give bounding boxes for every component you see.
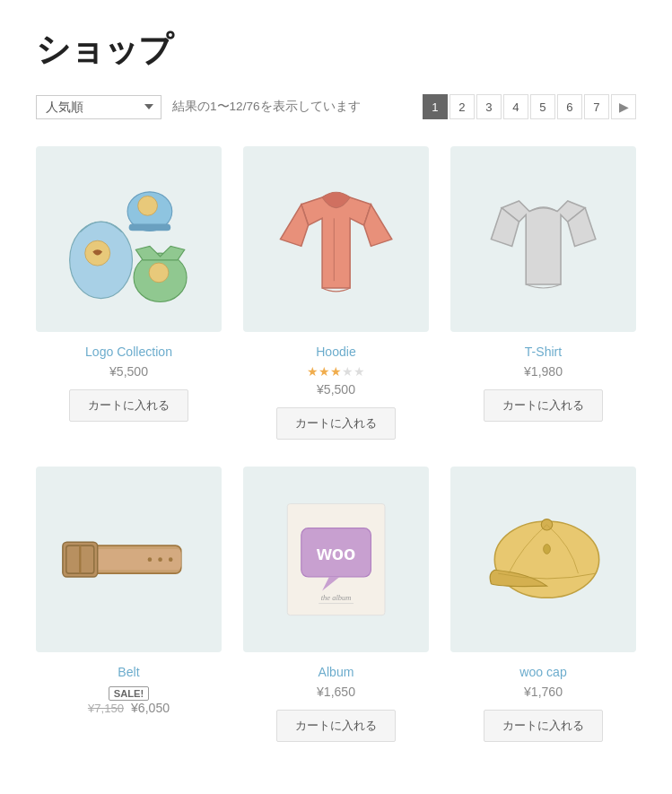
product-name-logo-collection[interactable]: Logo Collection bbox=[85, 345, 172, 359]
product-image-album[interactable]: woo the album bbox=[243, 467, 429, 652]
results-text: 結果の1〜12/76を表示しています bbox=[172, 99, 361, 115]
product-card-logo-collection: Logo Collection¥5,500カートに入れる bbox=[36, 146, 222, 440]
product-rating-hoodie: ★★★★★ bbox=[307, 364, 365, 379]
add-to-cart-album[interactable]: カートに入れる bbox=[276, 710, 396, 742]
svg-point-13 bbox=[147, 557, 152, 562]
product-name-belt[interactable]: Belt bbox=[118, 665, 139, 679]
page-btn-4[interactable]: 4 bbox=[503, 94, 528, 119]
product-card-woo-cap: woo cap¥1,760カートに入れる bbox=[450, 467, 636, 742]
page-btn-6[interactable]: 6 bbox=[557, 94, 582, 119]
svg-point-24 bbox=[544, 544, 551, 554]
page-btn-5[interactable]: 5 bbox=[530, 94, 555, 119]
product-name-album[interactable]: Album bbox=[319, 665, 354, 679]
sale-price-belt: ¥6,050 bbox=[131, 701, 170, 715]
svg-point-14 bbox=[158, 557, 162, 562]
svg-point-6 bbox=[149, 263, 169, 283]
product-card-belt: BeltSALE!¥7,150¥6,050 bbox=[36, 467, 222, 742]
product-price-logo-collection: ¥5,500 bbox=[109, 364, 148, 379]
sale-label: SALE! bbox=[109, 686, 150, 701]
add-to-cart-hoodie[interactable]: カートに入れる bbox=[276, 407, 396, 440]
product-price-album: ¥1,650 bbox=[317, 685, 355, 699]
product-card-tshirt: T-Shirt¥1,980カートに入れる bbox=[450, 146, 636, 440]
sort-select[interactable]: 人気順 bbox=[36, 95, 161, 119]
pagination: 1234567▶ bbox=[423, 94, 636, 119]
add-to-cart-woo-cap[interactable]: カートに入れる bbox=[484, 710, 603, 742]
product-name-tshirt[interactable]: T-Shirt bbox=[525, 345, 562, 359]
add-to-cart-tshirt[interactable]: カートに入れる bbox=[484, 389, 603, 422]
product-card-hoodie: Hoodie★★★★★¥5,500カートに入れる bbox=[243, 146, 429, 440]
product-name-woo-cap[interactable]: woo cap bbox=[519, 665, 566, 679]
page-btn-1[interactable]: 1 bbox=[423, 94, 448, 119]
product-image-woo-cap[interactable] bbox=[450, 467, 636, 652]
product-image-belt[interactable] bbox=[36, 467, 222, 652]
product-price-tshirt: ¥1,980 bbox=[524, 364, 563, 379]
pagination-next[interactable]: ▶ bbox=[611, 94, 636, 119]
svg-text:woo: woo bbox=[316, 542, 355, 564]
page-btn-3[interactable]: 3 bbox=[476, 94, 502, 119]
svg-point-4 bbox=[138, 196, 158, 215]
page-title: ショップ bbox=[36, 27, 636, 73]
price-row-belt: ¥7,150¥6,050 bbox=[88, 701, 170, 726]
add-to-cart-logo-collection[interactable]: カートに入れる bbox=[69, 389, 188, 422]
products-grid: Logo Collection¥5,500カートに入れる Hoodie★★★★★… bbox=[36, 146, 636, 742]
product-price-woo-cap: ¥1,760 bbox=[524, 685, 563, 699]
page-btn-2[interactable]: 2 bbox=[449, 94, 475, 119]
svg-text:the album: the album bbox=[321, 593, 352, 602]
product-card-album: woo the album Album¥1,650カートに入れる bbox=[243, 467, 429, 742]
page-btn-7[interactable]: 7 bbox=[584, 94, 609, 119]
toolbar-left: 人気順 結果の1〜12/76を表示しています bbox=[36, 95, 361, 119]
product-image-hoodie[interactable] bbox=[243, 146, 429, 332]
product-name-hoodie[interactable]: Hoodie bbox=[316, 345, 356, 359]
product-price-hoodie: ¥5,500 bbox=[317, 382, 355, 397]
product-image-logo-collection[interactable] bbox=[36, 146, 222, 332]
product-image-tshirt[interactable] bbox=[450, 146, 636, 332]
svg-rect-3 bbox=[129, 223, 171, 231]
svg-point-15 bbox=[169, 557, 173, 562]
toolbar: 人気順 結果の1〜12/76を表示しています 1234567▶ bbox=[36, 94, 636, 119]
sale-badge-belt: SALE! bbox=[109, 685, 150, 701]
original-price-belt: ¥7,150 bbox=[88, 702, 124, 715]
